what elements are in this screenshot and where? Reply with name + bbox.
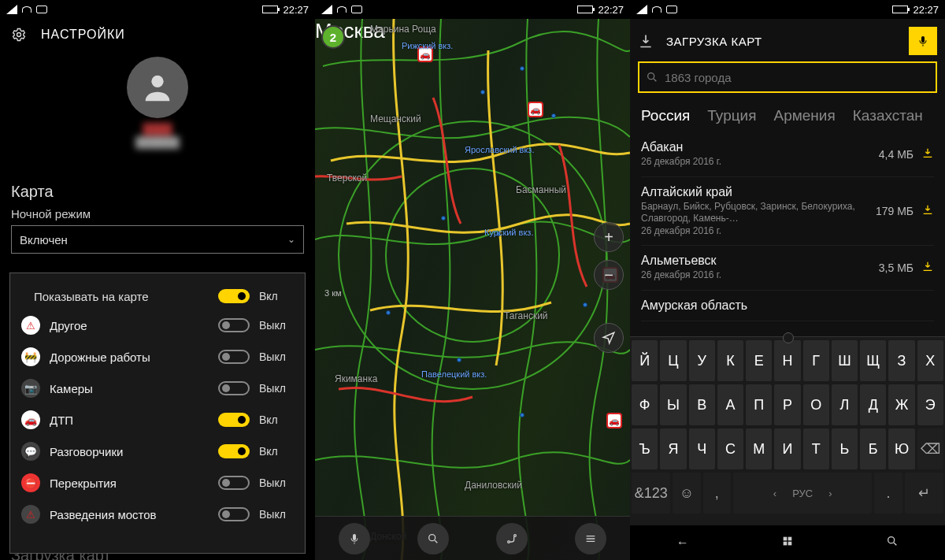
nav-home[interactable] bbox=[781, 535, 794, 551]
nav-search[interactable] bbox=[886, 535, 899, 551]
avatar[interactable] bbox=[127, 57, 188, 118]
traffic-level-badge[interactable]: 2 bbox=[321, 25, 345, 49]
search-button[interactable] bbox=[417, 523, 449, 554]
layer-toggle-crash[interactable] bbox=[218, 413, 250, 427]
key-letter[interactable]: И bbox=[774, 428, 800, 469]
signal-icon bbox=[636, 5, 647, 14]
key-letter[interactable]: Ж bbox=[888, 384, 914, 425]
show-on-map-toggle[interactable] bbox=[218, 289, 250, 303]
status-bar: 22:27 bbox=[0, 0, 315, 19]
svg-rect-10 bbox=[784, 537, 788, 541]
search-field[interactable] bbox=[638, 61, 937, 93]
key-letter[interactable]: Щ bbox=[860, 340, 886, 381]
key-period[interactable]: . bbox=[874, 473, 902, 514]
svg-point-5 bbox=[429, 534, 435, 540]
key-letter[interactable]: Э bbox=[917, 384, 943, 425]
key-letter[interactable]: Б bbox=[860, 428, 886, 469]
city-download-icon[interactable] bbox=[921, 260, 934, 276]
tab-armenia[interactable]: Армения bbox=[774, 107, 836, 124]
route-button[interactable] bbox=[496, 523, 528, 554]
key-letter[interactable]: Ш bbox=[832, 340, 858, 381]
key-letter[interactable]: З bbox=[888, 340, 914, 381]
key-letter[interactable]: К bbox=[717, 340, 743, 381]
key-letter[interactable]: А bbox=[717, 384, 743, 425]
city-sub: Барнаул, Бийск, Рубцовск, Заринск, Белок… bbox=[641, 201, 868, 238]
key-space[interactable]: ‹РУС› bbox=[733, 473, 872, 514]
battery-icon bbox=[577, 6, 593, 13]
menu-button[interactable] bbox=[575, 523, 606, 554]
key-emoji[interactable]: ☺ bbox=[673, 473, 700, 514]
city-name: Абакан bbox=[641, 140, 871, 154]
station-label: Рижский вкз. bbox=[402, 41, 453, 50]
city-row[interactable]: Альметьевск26 декабря 2016 г.3,5 МБ bbox=[641, 246, 934, 291]
map-toolbar bbox=[315, 516, 630, 560]
map-section-label: Карта bbox=[0, 156, 315, 207]
camera-icon: 📷 bbox=[21, 379, 40, 398]
layer-toggle-chat[interactable] bbox=[218, 444, 250, 458]
key-letter[interactable]: Г bbox=[803, 340, 829, 381]
locate-button[interactable] bbox=[594, 323, 624, 353]
key-letter[interactable]: Ф bbox=[632, 384, 658, 425]
key-symbols[interactable]: &123 bbox=[632, 473, 670, 514]
key-letter[interactable]: Х bbox=[917, 340, 943, 381]
layer-toggle-warn[interactable] bbox=[218, 318, 250, 332]
road-event-pin[interactable]: 🚗 bbox=[528, 102, 543, 117]
battery-icon bbox=[892, 6, 908, 13]
district-label: Марьина Роща bbox=[370, 24, 436, 35]
key-letter[interactable]: С bbox=[717, 428, 743, 469]
svg-point-9 bbox=[648, 73, 654, 80]
key-comma[interactable]: , bbox=[703, 473, 731, 514]
layer-toggle-noentry[interactable] bbox=[218, 476, 250, 490]
key-letter[interactable]: Ъ bbox=[632, 428, 658, 469]
key-letter[interactable]: Д bbox=[860, 384, 886, 425]
key-letter[interactable]: Ь bbox=[832, 428, 858, 469]
settings-icon[interactable] bbox=[11, 27, 27, 43]
road-event-pin[interactable]: 🚗 bbox=[606, 413, 622, 428]
keyboard-handle-icon[interactable] bbox=[776, 332, 799, 340]
map-canvas[interactable]: 🚗 🚗 🚗 🚗 Москва 3 км Марьина Роща Мещанск… bbox=[315, 19, 630, 560]
key-enter[interactable]: ↵ bbox=[905, 473, 943, 514]
layer-toggle-bridge[interactable] bbox=[218, 507, 250, 521]
layer-toggle-camera[interactable] bbox=[218, 381, 250, 395]
layer-label: Камеры bbox=[50, 382, 209, 395]
nav-back[interactable]: ← bbox=[676, 536, 689, 550]
key-letter[interactable]: Ы bbox=[660, 384, 686, 425]
station-label: Ярославский вкз. bbox=[465, 145, 534, 154]
tab-turkey[interactable]: Турция bbox=[707, 107, 756, 124]
voice-search-button[interactable] bbox=[909, 27, 937, 55]
download-icon[interactable] bbox=[638, 33, 654, 49]
key-backspace[interactable]: ⌫ bbox=[917, 428, 943, 469]
zoom-in-button[interactable]: + bbox=[594, 222, 624, 252]
message-icon bbox=[36, 6, 47, 13]
key-letter[interactable]: Ч bbox=[689, 428, 715, 469]
city-download-icon[interactable] bbox=[921, 203, 934, 219]
key-letter[interactable]: Я bbox=[660, 428, 686, 469]
key-letter[interactable]: О bbox=[803, 384, 829, 425]
key-letter[interactable]: М bbox=[746, 428, 772, 469]
city-row[interactable]: Алтайский крайБарнаул, Бийск, Рубцовск, … bbox=[641, 177, 934, 247]
layer-toggle-works[interactable] bbox=[218, 350, 250, 364]
layer-label: Разведения мостов bbox=[50, 508, 209, 521]
key-letter[interactable]: У bbox=[689, 340, 715, 381]
key-letter[interactable]: Т bbox=[803, 428, 829, 469]
search-input[interactable] bbox=[665, 71, 929, 84]
zoom-out-button[interactable]: − bbox=[594, 260, 624, 290]
city-row[interactable]: Амурская область bbox=[641, 291, 934, 321]
key-letter[interactable]: Ю bbox=[888, 428, 914, 469]
key-letter[interactable]: Л bbox=[832, 384, 858, 425]
svg-point-1 bbox=[151, 76, 163, 87]
night-mode-dropdown[interactable]: Включен ⌄ bbox=[11, 225, 304, 254]
city-row[interactable]: Абакан26 декабря 2016 г.4,4 МБ bbox=[641, 132, 934, 177]
tab-kazakhstan[interactable]: Казахстан bbox=[853, 107, 923, 124]
voice-button[interactable] bbox=[339, 523, 370, 554]
key-letter[interactable]: В bbox=[689, 384, 715, 425]
key-letter[interactable]: Р bbox=[774, 384, 800, 425]
key-letter[interactable]: П bbox=[746, 384, 772, 425]
city-download-icon[interactable] bbox=[921, 146, 934, 162]
key-letter[interactable]: Й bbox=[632, 340, 658, 381]
key-letter[interactable]: Ц bbox=[660, 340, 686, 381]
signal-icon bbox=[321, 5, 332, 14]
tab-russia[interactable]: Россия bbox=[641, 107, 690, 124]
key-letter[interactable]: Е bbox=[746, 340, 772, 381]
key-letter[interactable]: Н bbox=[774, 340, 800, 381]
